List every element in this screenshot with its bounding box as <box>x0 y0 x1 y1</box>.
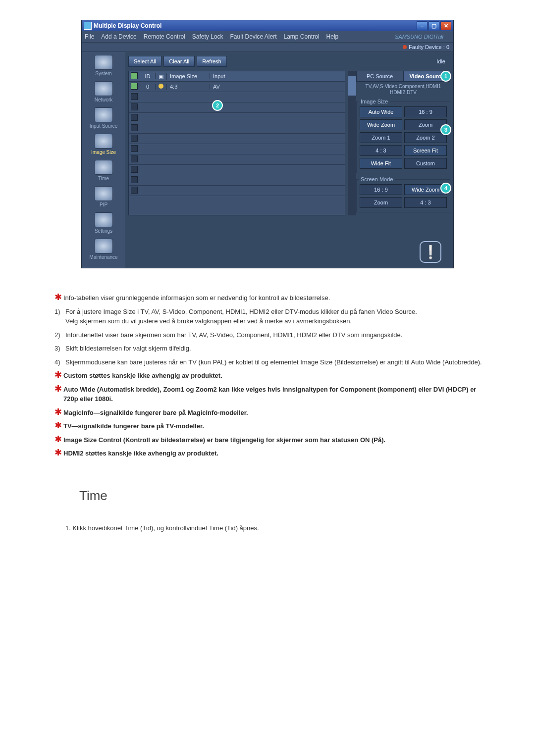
time-icon <box>94 160 113 175</box>
row-checkbox[interactable] <box>131 93 138 100</box>
desc-text: 1. Klikk hovedikonet Time (Tid), og kont… <box>65 523 485 533</box>
menu-remote-control[interactable]: Remote Control <box>144 33 185 40</box>
sidebar-item-pip[interactable]: PIP <box>82 186 125 207</box>
sidebar-item-system[interactable]: System <box>82 55 125 76</box>
row-checkbox[interactable] <box>131 187 138 194</box>
menu-file[interactable]: File <box>85 33 94 40</box>
btn-4-3[interactable]: 4 : 3 <box>360 145 402 156</box>
desc-text: Inforutenettet viser bare skjermen som h… <box>65 330 485 340</box>
num-marker <box>54 523 65 533</box>
desc-text: Skjermmodusene kan bare justeres når en … <box>65 357 485 367</box>
status-on-icon <box>159 84 163 89</box>
col-input: Input <box>210 73 345 79</box>
grid-header: ID ▣ Image Size Input <box>129 71 345 82</box>
badge-1-icon: 1 <box>440 71 451 82</box>
sidebar-item-time[interactable]: Time <box>82 160 125 181</box>
btn-sm-zoom[interactable]: Zoom <box>360 197 402 208</box>
menu-fault-alert[interactable]: Fault Device Alert <box>230 33 276 40</box>
star-icon: ✱ <box>54 449 63 458</box>
menu-lamp-control[interactable]: Lamp Control <box>284 33 320 40</box>
row-checkbox[interactable] <box>131 135 138 142</box>
settings-icon <box>94 212 113 227</box>
desc-text: Skift bildestørrelsen for valgt skjerm t… <box>65 344 485 353</box>
star-icon: ✱ <box>54 408 63 418</box>
table-row[interactable] <box>129 134 345 144</box>
star-icon: ✱ <box>54 421 63 431</box>
table-row[interactable] <box>129 102 345 113</box>
table-row[interactable] <box>129 154 345 165</box>
row-checkbox[interactable] <box>131 166 138 173</box>
screen-mode-group: Screen Mode 16 : 9Wide Zoom Zoom4 : 3 <box>356 176 450 212</box>
status-idle: Idle <box>436 58 450 64</box>
table-row[interactable] <box>129 144 345 154</box>
badge-4-icon: 4 <box>440 183 451 194</box>
badge-3-icon: 3 <box>440 124 451 135</box>
app-title: Multiple Display Control <box>94 22 161 29</box>
source-tabs: PC Source Video Source <box>356 71 450 82</box>
star-icon: ✱ <box>54 385 63 404</box>
desc-text: Info-tabellen viser grunnleggende inform… <box>63 293 485 303</box>
btn-sm-16-9[interactable]: 16 : 9 <box>360 184 402 195</box>
col-status-icon: ▣ <box>156 73 167 80</box>
table-row[interactable] <box>129 113 345 123</box>
sidebar-item-maintenance[interactable]: Maintenance <box>82 239 125 260</box>
row-checkbox[interactable] <box>131 155 138 162</box>
header-checkbox[interactable] <box>131 72 138 79</box>
app-icon <box>84 22 92 30</box>
btn-16-9[interactable]: 16 : 9 <box>404 106 447 117</box>
desc-text: Image Size Control (Kontroll av bildestø… <box>63 435 485 445</box>
sidebar-item-input-source[interactable]: Input Source <box>82 107 125 129</box>
desc-text: Auto Wide (Automatisk bredde), Zoom1 og … <box>63 385 485 404</box>
btn-custom[interactable]: Custom <box>404 158 447 169</box>
select-all-button[interactable]: Select All <box>128 56 161 67</box>
sidebar: System Network Input Source Image Size T… <box>82 52 125 268</box>
row-checkbox[interactable] <box>131 114 138 121</box>
btn-screen-fit[interactable]: Screen Fit <box>404 145 447 156</box>
table-row[interactable] <box>129 175 345 186</box>
sidebar-item-network[interactable]: Network <box>82 81 125 102</box>
section-heading: Time <box>79 488 535 504</box>
maximize-button[interactable]: ▢ <box>428 21 439 30</box>
btn-wide-zoom[interactable]: Wide Zoom <box>360 119 402 130</box>
fault-device-status: Faulty Device : 0 <box>403 44 449 50</box>
desc-text: MagicInfo—signalkilde fungerer bare på M… <box>63 408 485 418</box>
sidebar-item-image-size[interactable]: Image Size <box>82 134 125 155</box>
image-size-group: Image Size Auto Wide16 : 9 Wide ZoomZoom… <box>356 99 450 173</box>
row-checkbox[interactable] <box>131 124 138 131</box>
section-body: 1. Klikk hovedikonet Time (Tid), og kont… <box>54 523 485 533</box>
minimize-button[interactable]: – <box>417 21 428 30</box>
close-button[interactable]: ✕ <box>440 21 451 30</box>
btn-zoom2[interactable]: Zoom 2 <box>404 132 447 143</box>
row-checkbox[interactable] <box>131 176 138 183</box>
table-row[interactable] <box>129 123 345 134</box>
menu-add-device[interactable]: Add a Device <box>101 33 136 40</box>
refresh-button[interactable]: Refresh <box>197 56 227 67</box>
exclamation-icon: ❕ <box>420 241 441 263</box>
titlebar: Multiple Display Control – ▢ ✕ <box>82 20 453 31</box>
table-row[interactable] <box>129 186 345 196</box>
app-window: Multiple Display Control – ▢ ✕ File Add … <box>81 20 454 268</box>
btn-zoom1[interactable]: Zoom 1 <box>360 132 402 143</box>
table-row[interactable] <box>129 165 345 175</box>
clear-all-button[interactable]: Clear All <box>163 56 195 67</box>
table-row[interactable] <box>129 92 345 102</box>
row-checkbox[interactable] <box>131 83 138 90</box>
btn-wide-fit[interactable]: Wide Fit <box>360 158 402 169</box>
btn-sm-4-3[interactable]: 4 : 3 <box>404 197 447 208</box>
grid-scrollbar[interactable] <box>348 71 356 215</box>
num-marker: 4) <box>54 357 65 367</box>
desc-text: TV—signalkilde fungerer bare på TV-model… <box>63 421 485 431</box>
device-grid: ID ▣ Image Size Input 0 4:3 AV <box>128 71 345 215</box>
menu-safety-lock[interactable]: Safety Lock <box>192 33 223 40</box>
btn-auto-wide[interactable]: Auto Wide <box>360 106 402 117</box>
status-strip: Faulty Device : 0 <box>82 43 453 52</box>
row-checkbox[interactable] <box>131 103 138 110</box>
desc-text: For å justere Image Size i TV, AV, S-Vid… <box>65 307 485 326</box>
col-image-size: Image Size <box>167 73 210 79</box>
table-row[interactable]: 0 4:3 AV <box>129 82 345 92</box>
tab-pc-source[interactable]: PC Source <box>356 71 403 82</box>
row-checkbox[interactable] <box>131 145 138 152</box>
col-id: ID <box>140 73 156 79</box>
menu-help[interactable]: Help <box>326 33 339 40</box>
sidebar-item-settings[interactable]: Settings <box>82 212 125 234</box>
